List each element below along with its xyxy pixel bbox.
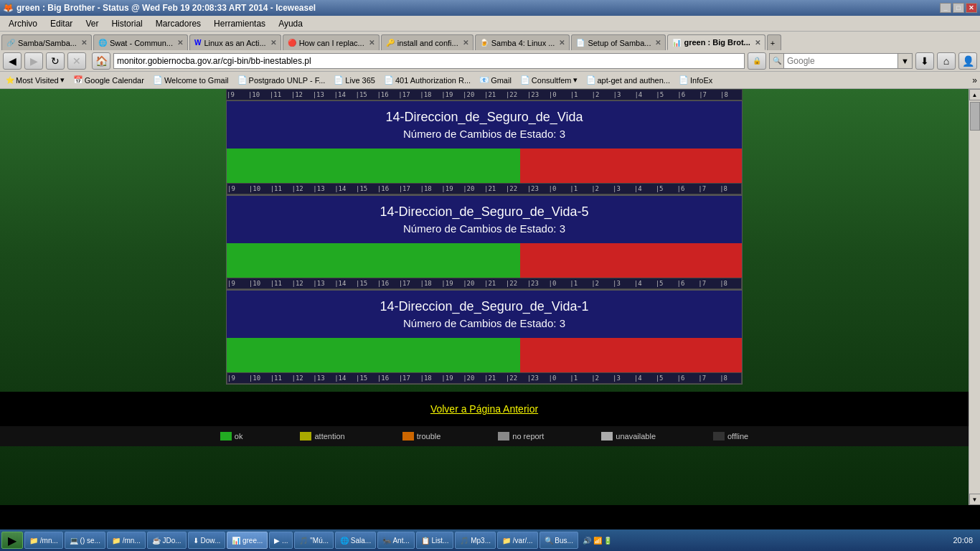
tray-icons: 🔊 📶 🔋: [583, 537, 613, 545]
scrollbar[interactable]: ▲ ▼: [969, 89, 980, 505]
tab-close-2[interactable]: ✕: [270, 39, 276, 47]
status-block-0: 14-Direccion_de_Seguro_de_Vida Número de…: [226, 100, 743, 195]
auth-icon: 📄: [384, 75, 394, 85]
address-bar: ◀ ▶ ↻ ✕ 🏠 🔒 🔍 ▼ ⬇ ⌂ 👤: [0, 50, 980, 72]
tab-close-4[interactable]: ✕: [463, 39, 468, 47]
ruler-2: |9|10|11|12|13|14|15|16|17|18|19|20|21|2…: [227, 372, 742, 384]
start-button[interactable]: ▶: [1, 532, 23, 549]
status-subtitle-2: Número de Cambios de Estado: 3: [230, 317, 739, 329]
green-bar-0: [227, 149, 520, 183]
tab-new[interactable]: +: [767, 34, 781, 50]
postgrado-icon: 📄: [237, 75, 248, 85]
content-wrapper: |9|10|11|12|13|14|15|16|17|18|19|20|21|2…: [0, 89, 969, 392]
tab-close-1[interactable]: ✕: [177, 39, 183, 47]
taskbar-item-4[interactable]: ⬇ Dow...: [188, 532, 226, 549]
bookmark-aptget[interactable]: 📄 apt-get and authen...: [583, 74, 674, 86]
download-button[interactable]: ⬇: [915, 52, 934, 70]
tab-favicon-1: 🌐: [98, 39, 107, 47]
menu-ayuda[interactable]: Ayuda: [273, 17, 308, 30]
status-header-2: 14-Direccion_de_Seguro_de_Vida-1 Número …: [227, 291, 742, 338]
taskbar-item-12[interactable]: 📁 /var/...: [497, 532, 538, 549]
taskbar-item-6[interactable]: ▶ ...: [269, 532, 293, 549]
back-link[interactable]: Volver a Página Anterior: [430, 403, 538, 415]
search-button[interactable]: ▼: [898, 53, 913, 69]
bookmark-postgrado[interactable]: 📄 Postgrado UNLP - F...: [235, 74, 329, 86]
taskbar-item-8[interactable]: 🌐 Sala...: [335, 532, 376, 549]
taskbar-item-11[interactable]: 🎵 Mp3...: [455, 532, 496, 549]
tab-1[interactable]: 🌐 Swat - Commun... ✕: [93, 34, 188, 50]
taskbar: ▶ 📁 /mn... 💻 () se... 📁 /mn... ☕ JDo... …: [0, 529, 980, 551]
maximize-button[interactable]: □: [953, 3, 964, 13]
tab-5[interactable]: 🍺 Samba 4: Linux ... ✕: [475, 34, 570, 50]
bookmarks-more[interactable]: »: [972, 75, 977, 85]
legend-ok: ok: [220, 432, 243, 441]
taskbar-item-0[interactable]: 📁 /mn...: [24, 532, 63, 549]
minimize-button[interactable]: _: [940, 3, 951, 13]
taskbar-item-3[interactable]: ☕ JDo...: [147, 532, 187, 549]
tab-3[interactable]: 🔴 How can I replac... ✕: [283, 34, 380, 50]
tab-close-3[interactable]: ✕: [369, 39, 374, 47]
tab-close-7[interactable]: ✕: [755, 39, 760, 47]
tab-7[interactable]: 📊 green : Big Brot... ✕: [667, 34, 765, 50]
ruler-1: |9|10|11|12|13|14|15|16|17|18|19|20|21|2…: [227, 278, 742, 289]
taskbar-item-13[interactable]: 🔍 Bus...: [540, 532, 578, 549]
tab-close-6[interactable]: ✕: [655, 39, 661, 47]
menu-ver[interactable]: Ver: [80, 17, 104, 30]
scroll-thumb[interactable]: [970, 102, 980, 131]
menu-editar[interactable]: Editar: [44, 17, 78, 30]
bookmark-gmail[interactable]: 📧 Gmail: [476, 74, 514, 86]
scroll-down-button[interactable]: ▼: [969, 494, 981, 505]
tab-close-0[interactable]: ✕: [81, 39, 87, 47]
bookmark-google-calendar[interactable]: 📅 Google Calendar: [70, 74, 147, 86]
close-button[interactable]: ✕: [966, 3, 977, 13]
taskbar-item-5[interactable]: 📊 gree...: [227, 532, 268, 549]
address-input[interactable]: [113, 53, 745, 69]
tab-label-1: Swat - Commun...: [110, 39, 173, 47]
status-title-2: 14-Direccion_de_Seguro_de_Vida-1: [230, 299, 739, 314]
menu-historial[interactable]: Historial: [105, 17, 148, 30]
tab-close-5[interactable]: ✕: [559, 39, 565, 47]
home-button[interactable]: 🏠: [92, 52, 110, 70]
unavailable-color: [601, 432, 613, 441]
tab-label-6: Setup of Samba...: [588, 39, 651, 47]
consultfem-icon: 📄: [520, 75, 530, 85]
user-icon[interactable]: 👤: [958, 52, 977, 70]
forward-button[interactable]: ▶: [24, 52, 43, 70]
back-button[interactable]: ◀: [3, 52, 22, 70]
status-bar-row-2: [227, 338, 742, 372]
status-title-0: 14-Direccion_de_Seguro_de_Vida: [230, 110, 739, 125]
menu-herramientas[interactable]: Herramientas: [208, 17, 271, 30]
bookmark-401[interactable]: 📄 401 Authorization R...: [381, 74, 473, 86]
taskbar-item-2[interactable]: 📁 /mn...: [107, 532, 146, 549]
status-legend: ok attention trouble no report unavailab…: [0, 426, 969, 446]
gmail-welcome-icon: 📄: [153, 75, 163, 85]
scroll-up-button[interactable]: ▲: [969, 89, 981, 100]
taskbar-item-9[interactable]: 🐜 Ant...: [377, 532, 415, 549]
search-input[interactable]: [783, 53, 898, 69]
bookmark-consultfem[interactable]: 📄 Consultfem ▾: [517, 74, 580, 86]
tab-favicon-2: W: [194, 39, 201, 47]
menu-archivo[interactable]: Archivo: [3, 17, 43, 30]
bookmark-live365[interactable]: 📄 Live 365: [331, 74, 378, 86]
bookmark-infoex[interactable]: 📄 InfoEx: [676, 74, 715, 86]
tab-bar: 🔗 Samba/Samba... ✕ 🌐 Swat - Commun... ✕ …: [0, 32, 980, 50]
menu-marcadores[interactable]: Marcadores: [150, 17, 207, 30]
taskbar-item-1[interactable]: 💻 () se...: [65, 532, 105, 549]
tab-4[interactable]: 🔑 install and confi... ✕: [381, 34, 473, 50]
tab-6[interactable]: 📄 Setup of Samba... ✕: [571, 34, 666, 50]
reload-button[interactable]: ↻: [46, 52, 65, 70]
tab-favicon-4: 🔑: [386, 39, 395, 47]
stop-button[interactable]: ✕: [67, 52, 86, 70]
window-controls: _ □ ✕: [940, 3, 977, 13]
bookmark-gmail-welcome[interactable]: 📄 Welcome to Gmail: [150, 74, 232, 86]
bookmark-most-visited[interactable]: ⭐ Most Visited ▾: [3, 74, 67, 86]
home-icon[interactable]: ⌂: [937, 52, 956, 70]
taskbar-item-7[interactable]: 🎵 "Mú...: [294, 532, 334, 549]
tab-0[interactable]: 🔗 Samba/Samba... ✕: [1, 34, 92, 50]
legend-no-report: no report: [498, 432, 544, 441]
red-bar-1: [520, 243, 742, 278]
window-title: green : Big Brother - Status @ Wed Feb 1…: [17, 3, 316, 13]
tab-favicon-3: 🔴: [288, 39, 296, 47]
taskbar-item-10[interactable]: 📋 List...: [416, 532, 454, 549]
tab-2[interactable]: W Linux as an Acti... ✕: [189, 34, 281, 50]
